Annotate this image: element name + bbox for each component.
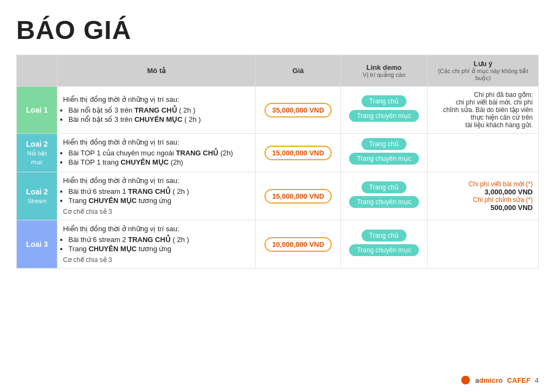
link-cell-loai1: Trang chủTrang chuyên mục bbox=[340, 87, 428, 134]
note-cell-loai2-nbt bbox=[428, 134, 539, 172]
page: BÁO GIÁ Mô tả Giá Link demo Vị trí quảng… bbox=[0, 0, 555, 392]
link-cell-loai3: Trang chủTrang chuyên mục bbox=[340, 220, 428, 269]
link-btn[interactable]: Trang chủ bbox=[362, 138, 406, 150]
note-cell-loai1: Chi phí đã bao gồm:chi phí viết bài mới,… bbox=[428, 87, 539, 134]
link-btn[interactable]: Trang chủ bbox=[362, 181, 406, 193]
gia-cell-loai2-stream: 15,000,000 VND bbox=[256, 172, 340, 220]
header-gia: Giá bbox=[256, 55, 340, 87]
desc-cell-loai3: Hiển thị đồng thời ở những vị trí sau:Bà… bbox=[57, 220, 256, 269]
header-luuy: Lưu ý (Các chi phí ở mục này không bắt b… bbox=[428, 55, 539, 87]
loai-cell-loai2-stream: Loai 2Stream bbox=[17, 172, 57, 220]
link-cell-loai2-nbt: Trang chủTrang chuyên mục bbox=[340, 134, 428, 172]
note-cell-loai3 bbox=[428, 220, 539, 269]
gia-badge: 35,000,000 VND bbox=[264, 103, 332, 117]
admicro-icon bbox=[461, 376, 470, 384]
gia-cell-loai2-nbt: 15,000,000 VND bbox=[256, 134, 340, 172]
link-btn[interactable]: Trang chuyên mục bbox=[349, 153, 418, 165]
table-row: Loai 3Hiển thị đồng thời ở những vị trí … bbox=[17, 220, 539, 269]
desc-cell-loai2-nbt: Hiển thị đồng thời ở những vị trí sau:Bà… bbox=[57, 134, 256, 172]
loai-cell-loai2-nbt: Loai 2Nổi bật mục bbox=[17, 134, 57, 172]
link-cell-loai2-stream: Trang chủTrang chuyên mục bbox=[340, 172, 428, 220]
page-title: BÁO GIÁ bbox=[16, 15, 539, 45]
pricing-table: Mô tả Giá Link demo Vị trí quảng cáo Lưu… bbox=[16, 55, 539, 269]
loai-cell-loai1: Loai 1 bbox=[17, 87, 57, 134]
header-link: Link demo Vị trí quảng cáo bbox=[340, 55, 428, 87]
note-cell-loai2-stream: Chi phí viết bài mới (*)3,000,000 VNDChi… bbox=[428, 172, 539, 220]
table-row: Loai 2Nổi bật mụcHiển thị đồng thời ở nh… bbox=[17, 134, 539, 172]
link-btn[interactable]: Trang chủ bbox=[362, 230, 406, 241]
desc-cell-loai2-stream: Hiển thị đồng thời ở những vị trí sau:Bà… bbox=[57, 172, 256, 220]
link-btn[interactable]: Trang chủ bbox=[362, 95, 406, 107]
gia-cell-loai3: 10,000,000 VND bbox=[256, 220, 340, 269]
gia-badge: 15,000,000 VND bbox=[264, 146, 332, 160]
link-btn[interactable]: Trang chuyên mục bbox=[349, 196, 418, 208]
footer-brand1: admicro bbox=[475, 376, 503, 384]
table-row: Loai 1Hiển thị đồng thời ở những vị trí … bbox=[17, 87, 539, 134]
gia-badge: 15,000,000 VND bbox=[264, 189, 332, 204]
desc-cell-loai1: Hiển thị đồng thời ở những vị trí sau:Bà… bbox=[57, 87, 256, 134]
footer-page-num: 4 bbox=[535, 376, 539, 384]
header-loai bbox=[17, 55, 57, 87]
gia-badge: 10,000,000 VND bbox=[264, 237, 332, 252]
footer-brand2: CAFEF bbox=[507, 376, 530, 384]
link-btn[interactable]: Trang chuyên mục bbox=[349, 244, 418, 256]
header-mota: Mô tả bbox=[57, 55, 256, 87]
loai-cell-loai3: Loai 3 bbox=[17, 220, 57, 269]
footer: admicro CAFEF 4 bbox=[461, 376, 539, 384]
link-btn[interactable]: Trang chuyên mục bbox=[349, 110, 418, 122]
gia-cell-loai1: 35,000,000 VND bbox=[256, 87, 340, 134]
table-row: Loai 2StreamHiển thị đồng thời ở những v… bbox=[17, 172, 539, 220]
